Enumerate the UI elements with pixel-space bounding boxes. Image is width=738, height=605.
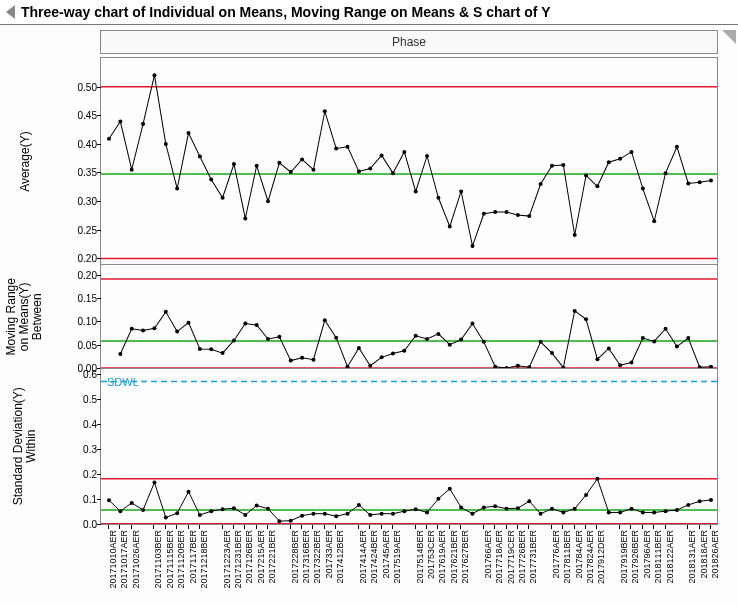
svg-point-69 [221,351,225,355]
svg-point-137 [334,515,338,519]
x-tick: 2018122AER [665,525,666,529]
chart-title: Three-way chart of Individual on Means, … [21,4,551,20]
svg-point-44 [573,233,577,237]
collapse-triangle-icon[interactable] [6,5,15,19]
svg-point-163 [629,507,633,511]
x-tick: 201753CER [426,525,427,529]
svg-point-129 [243,513,247,517]
svg-point-48 [618,157,622,161]
three-way-control-chart: Three-way chart of Individual on Means, … [0,0,738,605]
x-tick: 2017322BER [312,525,313,529]
svg-point-125 [198,513,202,517]
svg-point-147 [448,487,452,491]
svg-point-55 [698,180,702,184]
svg-point-135 [311,512,315,516]
panel-stddev[interactable]: 0.00.10.20.30.40.50.6SDWL [100,368,718,525]
svg-point-86 [414,334,418,338]
svg-point-16 [255,164,259,168]
svg-point-130 [255,504,259,508]
panel-moving-range[interactable]: 0.000.050.100.150.20 [100,264,718,369]
svg-point-102 [595,357,599,361]
svg-point-18 [277,161,281,165]
svg-point-151 [493,505,497,509]
x-tick: 20171115BER [165,525,166,529]
svg-point-65 [175,330,179,334]
svg-point-36 [482,212,486,216]
svg-point-4 [118,120,122,124]
svg-point-12 [209,177,213,181]
svg-point-143 [402,510,406,514]
svg-point-166 [664,510,668,514]
x-tick: 2017519AER [392,525,393,529]
svg-point-126 [209,510,213,514]
x-tick: 2017621BER [449,525,450,529]
svg-point-92 [482,340,486,344]
svg-point-144 [414,508,418,512]
svg-point-152 [505,507,509,511]
svg-point-66 [187,321,191,325]
svg-point-71 [243,322,247,326]
svg-point-25 [357,169,361,173]
svg-point-29 [402,150,406,154]
x-tick: 2017731BER [528,525,529,529]
x-tick: 201776AER [551,525,552,529]
svg-point-101 [584,318,588,322]
svg-point-98 [550,351,554,355]
svg-point-79 [334,336,338,340]
x-tick: 2017726BER [517,525,518,529]
x-tick: 201784AER [574,525,575,529]
x-tick: 2017412BER [335,525,336,529]
x-tick: 20171120BER [176,525,177,529]
svg-point-90 [459,338,463,342]
svg-point-122 [164,516,168,520]
svg-point-164 [641,511,645,515]
svg-point-141 [380,512,384,516]
svg-point-149 [470,512,474,516]
svg-point-14 [232,162,236,166]
svg-point-30 [414,189,418,193]
svg-point-68 [209,348,213,352]
x-tick: 2018131AER [687,525,688,529]
x-tick: 20171223AER [222,525,223,529]
x-tick: 201733AER [324,525,325,529]
svg-point-47 [607,160,611,164]
x-tick: 20171017AER [119,525,120,529]
svg-point-156 [550,507,554,511]
svg-point-160 [595,477,599,481]
svg-point-38 [505,210,509,214]
expand-corner-icon[interactable] [722,30,736,44]
svg-point-170 [709,498,713,502]
svg-point-74 [277,335,281,339]
svg-point-121 [152,481,156,485]
svg-point-133 [289,519,293,523]
svg-point-19 [289,170,293,174]
svg-point-118 [118,510,122,514]
svg-point-124 [187,490,191,494]
svg-point-64 [164,310,168,314]
svg-point-11 [198,155,202,159]
svg-point-26 [368,167,372,171]
panel-average[interactable]: 0.200.250.300.350.400.450.50 [100,57,718,265]
x-tick: 20171231BER [233,525,234,529]
svg-point-45 [584,173,588,177]
svg-point-84 [391,352,395,356]
x-tick: 2017719CER [506,525,507,529]
x-tick: 2017316BER [301,525,302,529]
x-tick: 201796AER [642,525,643,529]
svg-point-117 [107,499,111,503]
svg-point-40 [527,214,531,218]
svg-point-161 [607,511,611,515]
svg-point-128 [232,507,236,511]
svg-point-104 [618,364,622,368]
svg-point-127 [221,508,225,512]
svg-point-49 [629,150,633,154]
svg-point-7 [152,73,156,77]
x-tick: 2017824AER [585,525,586,529]
x-tick: 2017424BER [369,525,370,529]
svg-point-158 [573,507,577,511]
svg-point-131 [266,507,270,511]
x-tick: 201766AER [483,525,484,529]
chart-content: Phase Average(Y) Moving Range on Means(Y… [0,24,738,605]
svg-point-5 [130,168,134,172]
x-tick: 2017919BER [619,525,620,529]
